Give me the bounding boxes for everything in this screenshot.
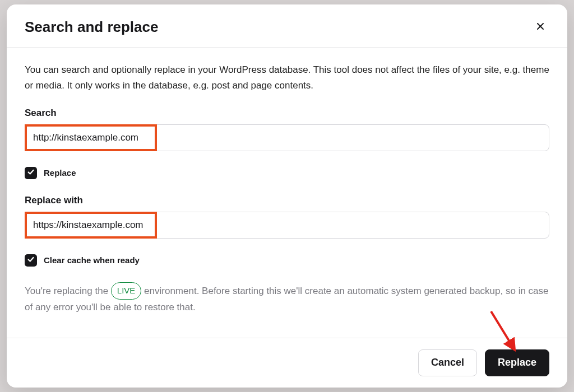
search-label: Search <box>25 108 549 119</box>
modal-title: Search and replace <box>25 18 158 36</box>
search-replace-modal: Search and replace You can search and op… <box>7 4 567 387</box>
live-badge: LIVE <box>111 282 142 300</box>
check-icon <box>27 255 35 265</box>
replace-checkbox[interactable] <box>25 167 37 179</box>
replace-with-input-wrap <box>25 212 549 239</box>
environment-note: You're replacing the LIVE environment. B… <box>25 282 549 315</box>
replace-button[interactable]: Replace <box>485 349 549 376</box>
replace-with-input[interactable] <box>25 212 549 239</box>
search-input-wrap <box>25 124 549 151</box>
modal-body: You can search and optionally replace in… <box>7 48 567 337</box>
modal-header: Search and replace <box>7 4 567 48</box>
close-icon <box>536 21 545 32</box>
modal-footer: Cancel Replace <box>7 338 567 388</box>
search-input[interactable] <box>25 124 549 151</box>
cancel-button[interactable]: Cancel <box>418 349 477 376</box>
clear-cache-checkbox[interactable] <box>25 254 37 267</box>
clear-cache-checkbox-label: Clear cache when ready <box>44 255 140 265</box>
close-button[interactable] <box>531 18 549 36</box>
intro-text: You can search and optionally replace in… <box>25 62 549 92</box>
replace-checkbox-label: Replace <box>44 168 76 178</box>
check-icon <box>27 168 35 178</box>
replace-checkbox-row: Replace <box>25 167 549 179</box>
clear-cache-checkbox-row: Clear cache when ready <box>25 254 549 267</box>
replace-with-label: Replace with <box>25 195 549 206</box>
note-prefix: You're replacing the <box>25 286 111 296</box>
